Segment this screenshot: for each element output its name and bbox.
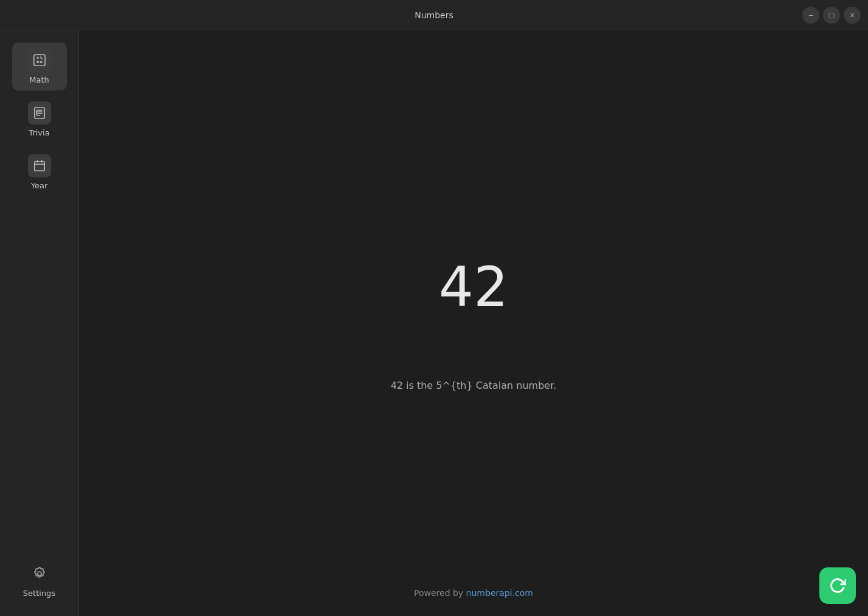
minimize-button[interactable]: −	[802, 7, 819, 24]
refresh-button[interactable]	[819, 567, 856, 604]
year-label: Year	[31, 181, 48, 190]
math-label: Math	[29, 75, 49, 84]
refresh-icon	[829, 577, 846, 594]
svg-rect-0	[33, 55, 44, 66]
sidebar-item-year[interactable]: Year	[12, 148, 67, 196]
trivia-icon	[28, 101, 51, 125]
sidebar-item-trivia[interactable]: Trivia	[12, 95, 67, 143]
svg-rect-8	[34, 108, 44, 118]
sidebar-nav-items: Math Trivia	[12, 43, 67, 556]
sidebar-item-math[interactable]: Math	[12, 43, 67, 91]
year-svg-icon	[33, 159, 46, 173]
footer: Powered by numberapi.com	[414, 588, 533, 598]
trivia-label: Trivia	[29, 128, 49, 137]
math-icon	[28, 49, 51, 72]
settings-label: Settings	[23, 589, 55, 598]
sidebar-bottom: Settings	[12, 556, 67, 604]
window-controls: − □ ×	[802, 7, 861, 24]
settings-icon	[28, 562, 51, 585]
svg-point-18	[38, 572, 41, 575]
sidebar: Math Trivia	[0, 30, 79, 616]
trivia-svg-icon	[33, 106, 46, 120]
app-title: Numbers	[415, 10, 453, 20]
settings-svg-icon	[32, 566, 47, 581]
fact-text: 42 is the 5^{th} Catalan number.	[391, 380, 557, 391]
math-svg-icon	[33, 53, 46, 67]
titlebar: Numbers − □ ×	[0, 0, 868, 30]
svg-line-7	[40, 57, 42, 60]
main-content: 42 42 is the 5^{th} Catalan number. Powe…	[79, 30, 868, 616]
svg-rect-14	[34, 162, 44, 171]
number-display: 42	[439, 255, 509, 319]
main-layout: Math Trivia	[0, 30, 868, 616]
close-button[interactable]: ×	[844, 7, 861, 24]
maximize-button[interactable]: □	[823, 7, 840, 24]
sidebar-item-settings[interactable]: Settings	[12, 556, 67, 604]
year-icon	[28, 154, 51, 177]
numberapi-link[interactable]: numberapi.com	[466, 588, 533, 598]
powered-by-text: Powered by	[414, 588, 466, 598]
